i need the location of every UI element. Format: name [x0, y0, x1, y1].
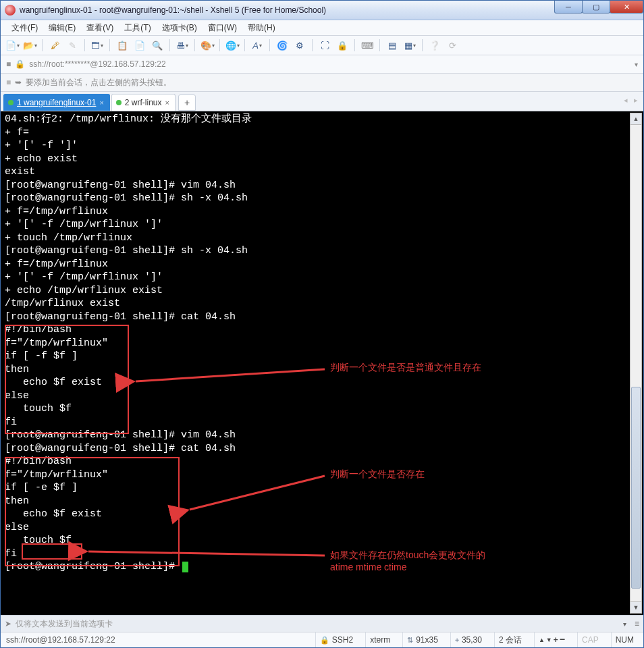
menu-window[interactable]: 窗口(W) [203, 21, 242, 35]
window-controls: ─ ▢ ✕ [555, 1, 643, 14]
paste-button[interactable]: 📄 [132, 38, 147, 53]
reconnect-button[interactable]: 🖉 [47, 38, 62, 53]
send-dropdown-icon[interactable]: ▾ [623, 620, 626, 628]
find-button[interactable]: 🔍 [150, 38, 165, 53]
scroll-up-button[interactable]: ▲ [630, 113, 641, 125]
terminal-area[interactable]: 04.sh:行2: /tmp/wrflinux: 没有那个文件或目录 + f= … [1, 111, 643, 615]
tab-add-button[interactable]: + [178, 94, 196, 111]
status-cap: CAP [582, 635, 599, 645]
tile-h-button[interactable]: ▤ [385, 38, 400, 53]
fullscreen-button[interactable]: ⛶ [317, 38, 332, 53]
status-sessions-arrows[interactable]: ▲ ▼ + − [534, 632, 569, 647]
minimize-button[interactable]: ─ [554, 1, 583, 14]
menu-edit[interactable]: 编辑(E) [43, 21, 81, 35]
status-term: xterm [370, 635, 390, 645]
bullet-icon: ■ [6, 59, 11, 69]
properties-button[interactable]: 🗔 [90, 38, 105, 53]
scroll-thumb[interactable] [631, 387, 641, 589]
toolbar-separator [244, 39, 245, 51]
tab-session-2[interactable]: 2 wrf-linux × [111, 94, 176, 111]
menu-tabs[interactable]: 选项卡(B) [157, 21, 203, 35]
font-button[interactable]: A [250, 38, 265, 53]
toolbar-separator [312, 39, 313, 51]
status-cap-cell: CAP [577, 632, 603, 647]
toolbar-separator [269, 39, 270, 51]
close-button[interactable]: ✕ [610, 1, 643, 14]
menu-help[interactable]: 帮助(H) [242, 21, 281, 35]
bullet-icon: ■ [6, 78, 11, 87]
hint-bar: ■ ➥ 要添加当前会话，点击左侧的箭头按钮。 [1, 74, 643, 92]
annotation-arrow-3 [78, 545, 335, 565]
updates-button[interactable]: ⟳ [445, 38, 460, 53]
lock-icon: 🔒 [15, 59, 25, 69]
status-sessions: 2 会话 [499, 634, 522, 646]
session-down-icon[interactable]: ▼ [546, 637, 552, 643]
terminal-scrollbar[interactable]: ▲ ▼ [630, 113, 642, 614]
copy-button[interactable]: 📋 [115, 38, 130, 53]
annotation-arrow-1 [122, 361, 338, 395]
toolbar-separator [42, 39, 43, 51]
tab-session-1[interactable]: 1 wangruifenglinux-01 × [3, 94, 110, 111]
tab-label: 2 wrf-linux [125, 98, 162, 107]
address-text[interactable]: ssh://root:********@192.168.57.129:22 [29, 59, 630, 69]
send-placeholder[interactable]: 仅将文本发送到当前选项卡 [16, 618, 113, 630]
new-session-button[interactable]: 📄 [5, 38, 20, 53]
status-term-cell: xterm [365, 632, 394, 647]
lock-icon: 🔒 [320, 636, 329, 645]
tab-strip: 1 wangruifenglinux-01 × 2 wrf-linux × + … [1, 92, 643, 111]
color-scheme-button[interactable]: 🎨 [200, 38, 215, 53]
menubar: 文件(F) 编辑(E) 查看(V) 工具(T) 选项卡(B) 窗口(W) 帮助(… [1, 20, 643, 36]
print-button[interactable]: 🖶 [175, 38, 190, 53]
status-size-cell: ⇅ 91x35 [402, 632, 442, 647]
toolbar-separator [84, 39, 85, 51]
encoding-button[interactable]: 🌐 [225, 38, 240, 53]
toggle-compose-icon[interactable]: ≡ [635, 619, 639, 628]
menu-file[interactable]: 文件(F) [6, 21, 43, 35]
disconnect-button[interactable]: ✎ [65, 38, 80, 53]
status-ssh-url: ssh://root@192.168.57.129:22 [6, 635, 307, 645]
status-sessions-cell: 2 会话 [494, 632, 526, 647]
tab-nav-arrows[interactable]: ◂ ▸ [624, 96, 638, 105]
menu-tools[interactable]: 工具(T) [119, 21, 156, 35]
svg-line-2 [88, 551, 325, 556]
tab-close-icon[interactable]: × [165, 99, 169, 107]
xagent-button[interactable]: ⚙ [292, 38, 307, 53]
status-size: 91x35 [416, 635, 438, 645]
xftp-button[interactable]: 🌀 [275, 38, 290, 53]
address-bar: ■ 🔒 ssh://root:********@192.168.57.129:2… [1, 55, 643, 74]
toolbar-separator [169, 39, 170, 51]
titlebar: wangruifenglinux-01 - root@wangruifeng-0… [1, 1, 643, 20]
toolbar: 📄 📂 🖉 ✎ 🗔 📋 📄 🔍 🖶 🎨 🌐 A 🌀 ⚙ ⛶ 🔒 ⌨ ▤ ▦ ❔ … [1, 36, 643, 55]
toolbar-separator [422, 39, 423, 51]
scroll-down-button[interactable]: ▼ [630, 601, 641, 613]
dropdown-icon[interactable]: ▾ [635, 61, 638, 68]
status-protocol: SSH2 [332, 635, 353, 645]
tab-close-icon[interactable]: × [99, 99, 103, 107]
toolbar-separator [379, 39, 380, 51]
app-window: wangruifenglinux-01 - root@wangruifeng-0… [0, 0, 644, 648]
help-button[interactable]: ❔ [427, 38, 442, 53]
layout-button[interactable]: ▦ [402, 38, 417, 53]
hint-text: 要添加当前会话，点击左侧的箭头按钮。 [26, 77, 171, 88]
toolbar-separator [354, 39, 355, 51]
svg-line-0 [136, 369, 325, 381]
session-add-icon[interactable]: + [554, 635, 558, 645]
session-remove-icon[interactable]: − [560, 634, 565, 645]
arrow-add-icon[interactable]: ➥ [15, 78, 22, 87]
status-dot-icon [8, 100, 14, 105]
annotation-arrow-2 [176, 469, 338, 523]
lock-button[interactable]: 🔒 [335, 38, 350, 53]
scroll-track[interactable] [630, 125, 641, 601]
send-icon[interactable]: ➤ [5, 619, 11, 628]
grid-icon: ⇅ [407, 636, 413, 645]
toolbar-separator [194, 39, 195, 51]
menu-view[interactable]: 查看(V) [81, 21, 119, 35]
app-icon [5, 5, 16, 16]
open-session-button[interactable]: 📂 [22, 38, 37, 53]
status-num-cell: NUM [611, 632, 638, 647]
session-up-icon[interactable]: ▲ [539, 637, 545, 643]
maximize-button[interactable]: ▢ [582, 1, 610, 14]
toolbar-separator [219, 39, 220, 51]
tab-label: 1 wangruifenglinux-01 [17, 98, 96, 107]
keyboard-button[interactable]: ⌨ [360, 38, 375, 53]
